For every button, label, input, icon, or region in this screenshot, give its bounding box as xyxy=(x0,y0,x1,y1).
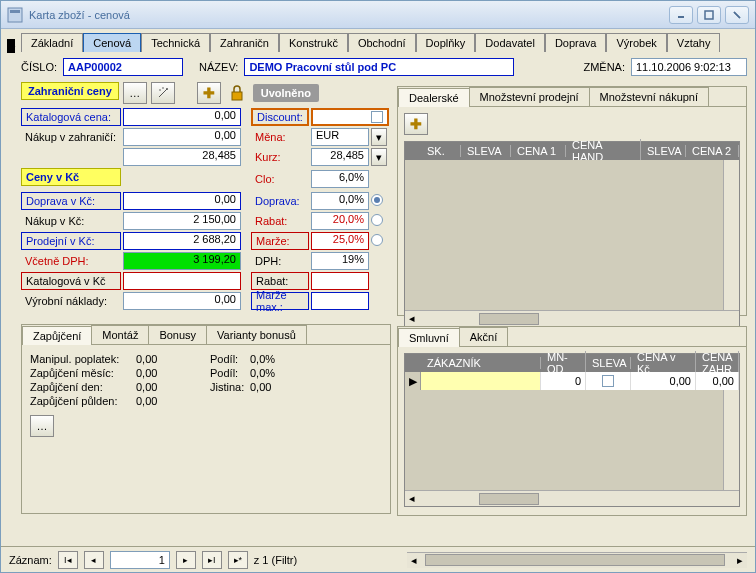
tab-dealerske[interactable]: Dealerské xyxy=(398,88,470,107)
svg-point-9 xyxy=(162,87,164,89)
nav-next[interactable]: ▸ xyxy=(176,551,196,569)
kurz-input[interactable]: 28,485 xyxy=(311,148,369,166)
tab-doplnky[interactable]: Doplňky xyxy=(416,33,476,52)
dealer-scroll-v[interactable] xyxy=(723,160,739,310)
more-button[interactable]: … xyxy=(123,82,147,104)
tab-zahranicni[interactable]: Zahraničn xyxy=(210,33,279,52)
loan-more-button[interactable]: … xyxy=(30,415,54,437)
tab-mnoz-prodejni[interactable]: Množstevní prodejní xyxy=(469,87,590,106)
podil2-input[interactable]: 0,0% xyxy=(250,367,302,379)
record-selector[interactable]: ▶ xyxy=(7,39,15,53)
tab-bonusy[interactable]: Bonusy xyxy=(148,325,207,344)
zaznam-label: Záznam: xyxy=(9,554,52,566)
tab-konstrukcni[interactable]: Konstrukč xyxy=(279,33,348,52)
nav-first[interactable]: I◂ xyxy=(58,551,78,569)
tab-zakladni[interactable]: Základní xyxy=(21,33,83,52)
nazev-field[interactable]: DEMO Pracovní stůl pod PC xyxy=(244,58,514,76)
svg-point-8 xyxy=(159,89,161,91)
lbl-discount: Discount: xyxy=(251,108,309,126)
main-scroll-h[interactable]: ◂▸ xyxy=(407,552,747,568)
tab-vyrobek[interactable]: Výrobek xyxy=(606,33,666,52)
sleva-checkbox[interactable] xyxy=(602,375,614,387)
svg-rect-3 xyxy=(705,11,713,19)
lbl-podil1: Podíl: xyxy=(210,353,248,365)
nav-new[interactable]: ▸* xyxy=(228,551,248,569)
vyrobni-naklady-input[interactable]: 0,00 xyxy=(123,292,241,310)
dealer-add-button[interactable]: ✚ xyxy=(404,113,428,135)
kurz-spinner[interactable]: ▾ xyxy=(371,148,387,166)
nakup-zahr-input[interactable]: 0,00 xyxy=(123,128,241,146)
cislo-label: ČÍSLO: xyxy=(21,61,57,73)
lbl-clo: Clo: xyxy=(251,170,309,188)
clo-input[interactable]: 6,0% xyxy=(311,170,369,188)
window-title: Karta zboží - cenová xyxy=(29,9,669,21)
jistina-input[interactable]: 0,00 xyxy=(250,381,302,393)
main-tabs: Základní Cenová Technická Zahraničn Kons… xyxy=(21,33,747,52)
tab-mnoz-nakupni[interactable]: Množstevní nákupní xyxy=(589,87,709,106)
mena-dropdown-button[interactable]: ▾ xyxy=(371,128,387,146)
dealer-grid-body[interactable] xyxy=(405,160,739,310)
lbl-podil2: Podíl: xyxy=(210,367,248,379)
doprava-kc-input[interactable]: 0,00 xyxy=(123,192,241,210)
contract-scroll-h[interactable]: ◂ xyxy=(405,490,739,506)
lbl-zap-mesic: Zapůjčení měsíc: xyxy=(30,367,134,379)
lbl-rabat: Rabat: xyxy=(251,212,309,230)
vcetne-dph-input[interactable]: 3 199,20 xyxy=(123,252,241,270)
manipul-popl-input[interactable]: 0,00 xyxy=(136,353,202,365)
zap-mesic-input[interactable]: 0,00 xyxy=(136,367,202,379)
tab-cenova[interactable]: Cenová xyxy=(83,33,141,52)
mena-combo[interactable]: EUR xyxy=(311,128,369,146)
tab-akcni[interactable]: Akční xyxy=(459,327,509,346)
zap-pulden-input[interactable]: 0,00 xyxy=(136,395,202,407)
marze-input[interactable]: 25,0% xyxy=(311,232,369,250)
lbl-nakup-kc: Nákup v Kč: xyxy=(21,212,121,230)
marze-max-input[interactable] xyxy=(311,292,369,310)
katalogova-cena-input[interactable]: 0,00 xyxy=(123,108,241,126)
tab-dodavatel[interactable]: Dodavatel xyxy=(475,33,545,52)
cislo-field[interactable]: AAP00002 xyxy=(63,58,183,76)
nav-last[interactable]: ▸I xyxy=(202,551,222,569)
lbl-manipul-popl: Manipul. poplatek: xyxy=(30,353,134,365)
contract-scroll-v[interactable] xyxy=(723,390,739,490)
zmena-field: 11.10.2006 9:02:13 xyxy=(631,58,747,76)
rabat2-input[interactable] xyxy=(311,272,369,290)
doprava-pct-input[interactable]: 0,0% xyxy=(311,192,369,210)
tab-zapujceni[interactable]: Zapůjčení xyxy=(22,326,92,345)
add-button[interactable]: ✚ xyxy=(197,82,221,104)
lock-icon xyxy=(225,82,249,104)
lbl-dph: DPH: xyxy=(251,252,309,270)
record-navigator: Záznam: I◂ ◂ 1 ▸ ▸I ▸* z 1 (Filtr) ◂▸ xyxy=(1,546,755,572)
tab-varianty-bonusu[interactable]: Varianty bonusů xyxy=(206,325,307,344)
record-pos[interactable]: 1 xyxy=(110,551,170,569)
rabat-input[interactable]: 20,0% xyxy=(311,212,369,230)
tab-smluvni[interactable]: Smluvní xyxy=(398,328,460,347)
tab-montaz[interactable]: Montáž xyxy=(91,325,149,344)
prodejni-kc-input[interactable]: 2 688,20 xyxy=(123,232,241,250)
wand-button[interactable] xyxy=(151,82,175,104)
rabat-radio[interactable] xyxy=(371,214,383,226)
lbl-jistina: Jistina: xyxy=(210,381,248,393)
zap-den-input[interactable]: 0,00 xyxy=(136,381,202,393)
lbl-katalogova-cena: Katalogová cena: xyxy=(21,108,121,126)
tab-vztahy[interactable]: Vztahy xyxy=(667,33,721,52)
tab-doprava[interactable]: Doprava xyxy=(545,33,607,52)
dealer-scroll-h[interactable]: ◂ xyxy=(405,310,739,326)
contract-grid-row[interactable]: ▶ 0 0,00 0,00 xyxy=(405,372,739,390)
doprava-radio[interactable] xyxy=(371,194,383,206)
discount-input[interactable] xyxy=(311,108,389,126)
contract-grid-body[interactable] xyxy=(405,390,739,490)
marze-radio[interactable] xyxy=(371,234,383,246)
lbl-nakup-zahr: Nákup v zahraničí: xyxy=(21,128,121,146)
minimize-button[interactable] xyxy=(669,6,693,24)
maximize-button[interactable] xyxy=(697,6,721,24)
tab-technicka[interactable]: Technická xyxy=(141,33,210,52)
close-button[interactable] xyxy=(725,6,749,24)
nakup-kc-input[interactable]: 2 150,00 xyxy=(123,212,241,230)
katalogova-kc-input[interactable] xyxy=(123,272,241,290)
podil1-input[interactable]: 0,0% xyxy=(250,353,302,365)
nav-prev[interactable]: ◂ xyxy=(84,551,104,569)
tab-obchodni[interactable]: Obchodní xyxy=(348,33,416,52)
sleva-cell xyxy=(586,372,631,390)
dph-input[interactable]: 19% xyxy=(311,252,369,270)
discount-checkbox[interactable] xyxy=(371,111,383,123)
